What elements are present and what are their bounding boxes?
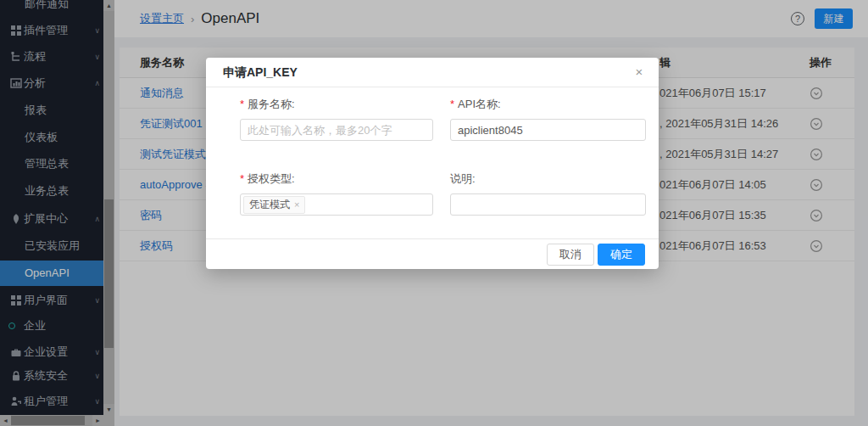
service-name-input[interactable]: [240, 119, 433, 141]
auth-type-select[interactable]: 凭证模式 ×: [240, 193, 433, 216]
dialog-header: 申请API_KEY ×: [206, 58, 659, 87]
description-input[interactable]: [450, 193, 646, 216]
dialog-title: 申请API_KEY: [223, 58, 298, 87]
api-name-input[interactable]: [450, 119, 646, 141]
auth-type-tag: 凭证模式 ×: [243, 196, 305, 214]
auth-type-tag-label: 凭证模式: [249, 198, 290, 212]
close-icon[interactable]: ×: [632, 64, 647, 80]
confirm-button[interactable]: 确定: [598, 244, 645, 266]
description-label: 说明:: [450, 171, 476, 187]
cancel-button[interactable]: 取消: [547, 244, 594, 266]
auth-type-label: 授权类型:: [240, 171, 295, 187]
dialog-footer: 取消 确定: [206, 238, 659, 269]
tag-close-icon[interactable]: ×: [294, 199, 299, 210]
apply-api-key-dialog: 申请API_KEY × 服务名称: API名称: 授权类型: 说明: 凭证模式 …: [206, 58, 659, 269]
api-name-label: API名称:: [450, 97, 501, 112]
service-name-label: 服务名称:: [240, 97, 295, 112]
